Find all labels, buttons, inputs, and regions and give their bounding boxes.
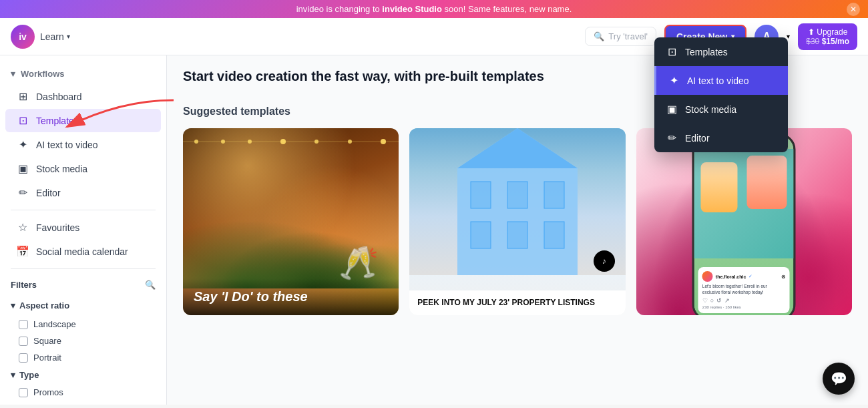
phone-content-bg — [694, 149, 794, 258]
star-icon: ☆ — [16, 221, 29, 234]
logo-area: iv Learn ▾ — [11, 25, 70, 49]
ai-text-icon: ✦ — [16, 138, 29, 151]
share-icon: ↗ — [724, 297, 730, 304]
insta-action-icons: ♡ ○ ↺ ↗ — [702, 297, 786, 304]
editor-icon: ✏ — [16, 186, 29, 199]
dropdown-item-editor[interactable]: ✏ Editor — [654, 124, 788, 152]
sidebar-item-templates[interactable]: ⊡ Templates — [5, 109, 161, 132]
svg-point-3 — [248, 140, 252, 144]
learn-button[interactable]: Learn ▾ — [40, 31, 70, 42]
upgrade-button[interactable]: ⬆ Upgrade $30 $15/mo — [798, 23, 857, 50]
sidebar-divider-2 — [11, 268, 156, 269]
aspect-ratio-header[interactable]: ▾ Aspect ratio — [0, 295, 166, 316]
banner-text: invideo is changing to invideo Studio so… — [296, 4, 572, 14]
chevron-down-icon: ▾ — [67, 33, 70, 40]
landscape-checkbox[interactable] — [19, 320, 28, 329]
templates-icon: ⊡ — [665, 45, 678, 58]
logo-icon: iv — [11, 25, 35, 49]
avatar-chevron-icon: ▾ — [787, 33, 790, 40]
svg-point-4 — [280, 139, 286, 144]
banner-close-button[interactable]: ✕ — [847, 3, 860, 16]
workflows-section[interactable]: ▾ Workflows — [0, 63, 166, 84]
filter-landscape[interactable]: Landscape — [0, 316, 166, 333]
page-title: Start video creation the fast way, with … — [183, 69, 544, 84]
search-icon[interactable]: 🔍 — [145, 280, 156, 290]
ai-text-icon: ✦ — [667, 74, 680, 87]
verified-badge: ✓ — [748, 274, 752, 279]
comment-icon: ○ — [710, 297, 714, 304]
template-card-property[interactable]: ♪ PEEK INTO MY JULY 23' PROPERTY LISTING… — [409, 128, 625, 315]
sidebar-divider — [11, 210, 156, 210]
dropdown-item-stock-media[interactable]: ▣ Stock media — [654, 95, 788, 124]
search-bar[interactable]: 🔍 Try 'travel' — [585, 27, 656, 46]
dropdown-item-ai-text[interactable]: ✦ AI text to video — [654, 66, 788, 95]
chevron-down-icon: ▾ — [11, 370, 15, 380]
phone-screen: the.floral.chic ✓ ⊗ Let's bloom together… — [694, 136, 794, 315]
instagram-post-card: the.floral.chic ✓ ⊗ Let's bloom together… — [698, 267, 790, 313]
svg-point-6 — [348, 140, 352, 144]
editor-icon: ✏ — [665, 132, 678, 144]
tiktok-badge: ♪ — [594, 250, 615, 272]
svg-point-2 — [221, 140, 225, 144]
wine-glasses-icon: 🥂 — [339, 244, 379, 282]
repost-icon: ↺ — [716, 297, 722, 304]
svg-point-1 — [194, 140, 198, 144]
sidebar-item-dashboard[interactable]: ⊞ Dashboard — [5, 85, 161, 108]
search-icon: 🔍 — [594, 31, 604, 41]
top-banner: invideo is changing to invideo Studio so… — [0, 0, 868, 18]
templates-grid: 🥂 Say 'I Do' to these — [183, 128, 852, 315]
dropdown-menu: ⊡ Templates ✦ AI text to video ▣ Stock m… — [654, 37, 788, 152]
svg-rect-14 — [471, 222, 491, 248]
building-illustration — [457, 128, 578, 275]
sidebar-item-stock-media[interactable]: ▣ Stock media — [5, 157, 161, 180]
threads-icon: ⊗ — [781, 274, 786, 280]
insta-header: the.floral.chic ✓ ⊗ — [702, 271, 786, 282]
wedding-card-text: Say 'I Do' to these — [183, 278, 399, 315]
stock-media-icon: ▣ — [16, 162, 29, 175]
ads-checkbox[interactable] — [19, 405, 28, 405]
filter-ads[interactable]: Ads — [0, 401, 166, 405]
square-checkbox[interactable] — [19, 337, 28, 346]
property-card-text: PEEK INTO MY JULY 23' PROPERTY LISTINGS — [409, 290, 625, 315]
sidebar-item-ai-text[interactable]: ✦ AI text to video — [5, 133, 161, 156]
person-photo-1 — [747, 156, 787, 209]
templates-icon: ⊡ — [16, 114, 29, 127]
sidebar-item-social-calendar[interactable]: 📅 Social media calendar — [5, 240, 161, 263]
dropdown-item-templates[interactable]: ⊡ Templates — [654, 37, 788, 66]
template-card-wedding[interactable]: 🥂 Say 'I Do' to these — [183, 128, 399, 315]
upgrade-label: ⬆ Upgrade — [806, 27, 849, 37]
promos-checkbox[interactable] — [19, 388, 28, 397]
stock-media-icon: ▣ — [665, 103, 678, 116]
sidebar-item-favourites[interactable]: ☆ Favourites — [5, 216, 161, 239]
svg-rect-13 — [544, 182, 564, 208]
chevron-down-icon: ▾ — [11, 300, 15, 311]
type-filter-header[interactable]: ▾ Type — [0, 366, 166, 384]
svg-rect-16 — [544, 222, 564, 248]
chevron-down-icon: ▾ — [11, 69, 15, 79]
template-card-floral[interactable]: the.floral.chic ✓ ⊗ Let's bloom together… — [636, 128, 852, 315]
sidebar-item-editor[interactable]: ✏ Editor — [5, 181, 161, 204]
svg-rect-15 — [507, 222, 527, 248]
svg-rect-12 — [507, 182, 527, 208]
sidebar: ▾ Workflows ⊞ Dashboard ⊡ Templates ✦ AI… — [0, 55, 167, 405]
heart-icon: ♡ — [702, 297, 708, 304]
fairy-lights — [183, 135, 399, 164]
svg-point-7 — [381, 139, 386, 144]
filter-portrait[interactable]: Portrait — [0, 349, 166, 366]
insta-avatar — [702, 271, 713, 282]
svg-point-5 — [314, 140, 318, 144]
phone-mockup: the.floral.chic ✓ ⊗ Let's bloom together… — [692, 134, 796, 315]
filter-square[interactable]: Square — [0, 333, 166, 349]
svg-marker-10 — [457, 128, 578, 168]
person-photo-2 — [701, 162, 738, 212]
filters-header: Filters 🔍 — [0, 274, 166, 295]
svg-rect-11 — [471, 182, 491, 208]
dashboard-icon: ⊞ — [16, 90, 29, 103]
chat-bubble-button[interactable]: 💬 — [823, 363, 855, 395]
portrait-checkbox[interactable] — [19, 353, 28, 363]
filter-promos[interactable]: Promos — [0, 384, 166, 401]
calendar-icon: 📅 — [16, 245, 29, 258]
